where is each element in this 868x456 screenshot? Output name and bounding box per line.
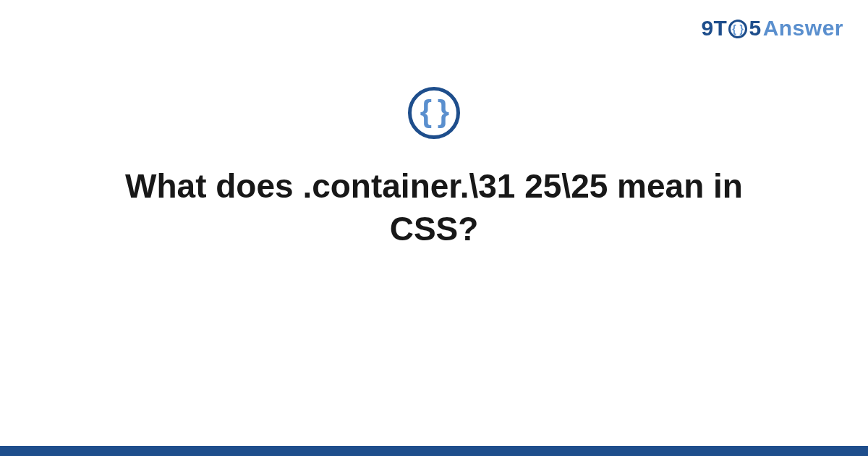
content-area: { } What does .container.\31 25\25 mean …	[0, 87, 868, 442]
logo-nine: 9	[701, 16, 713, 41]
logo-t: T	[714, 16, 728, 41]
logo-answer: Answer	[763, 16, 843, 41]
topic-badge: { }	[408, 87, 460, 139]
question-title: What does .container.\31 25\25 mean in C…	[109, 165, 760, 250]
logo-o-braces-icon: { }	[728, 20, 747, 38]
brand-logo: 9 T { } 5 Answer	[701, 16, 843, 41]
logo-five: 5	[749, 16, 761, 41]
braces-icon: { }	[420, 96, 448, 127]
page: 9 T { } 5 Answer { } What does .containe…	[0, 0, 868, 456]
footer-bar	[0, 446, 868, 456]
